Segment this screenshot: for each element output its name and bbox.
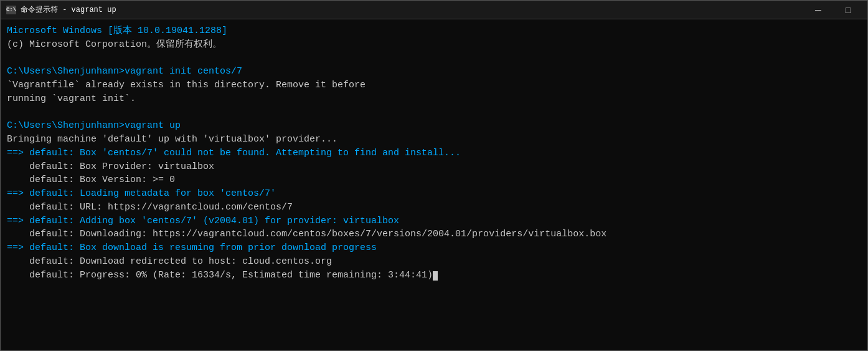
- cmd-window: C:\ 命令提示符 - vagrant up ─ □ Microsoft Win…: [0, 0, 868, 351]
- line-6: running `vagrant init`.: [7, 92, 861, 106]
- line-4: C:\Users\Shenjunhann>vagrant init centos…: [7, 65, 861, 79]
- line-16: default: Downloading: https://vagrantclo…: [7, 228, 861, 241]
- line-2: (c) Microsoft Corporation。保留所有权利。: [7, 38, 861, 52]
- window-icon: C:\: [6, 4, 17, 16]
- line-12: default: Box Version: >= 0: [7, 173, 861, 187]
- restore-button[interactable]: □: [834, 1, 862, 19]
- line-15: ==> default: Adding box 'centos/7' (v200…: [7, 214, 861, 228]
- line-8: C:\Users\Shenjunhann>vagrant up: [7, 119, 861, 133]
- line-5: `Vagrantfile` already exists in this dir…: [7, 79, 861, 92]
- line-9: Bringing machine 'default' up with 'virt…: [7, 133, 861, 147]
- line-18: default: Download redirected to host: cl…: [7, 255, 861, 269]
- line-17: ==> default: Box download is resuming fr…: [7, 241, 861, 255]
- cursor: [433, 271, 438, 281]
- line-13: ==> default: Loading metadata for box 'c…: [7, 187, 861, 201]
- line-10: ==> default: Box 'centos/7' could not be…: [7, 147, 861, 160]
- line-11: default: Box Provider: virtualbox: [7, 160, 861, 174]
- titlebar: C:\ 命令提示符 - vagrant up ─ □: [1, 1, 867, 19]
- line-14: default: URL: https://vagrantcloud.com/c…: [7, 201, 861, 214]
- window-controls: ─ □: [804, 1, 862, 19]
- minimize-button[interactable]: ─: [804, 1, 833, 19]
- terminal-body: Microsoft Windows [版本 10.0.19041.1288] (…: [1, 19, 867, 350]
- line-19: default: Progress: 0% (Rate: 16334/s, Es…: [7, 269, 861, 282]
- line-3: [7, 52, 861, 65]
- window-title: 命令提示符 - vagrant up: [21, 4, 804, 15]
- line-1: Microsoft Windows [版本 10.0.19041.1288]: [7, 24, 861, 38]
- line-7: [7, 106, 861, 120]
